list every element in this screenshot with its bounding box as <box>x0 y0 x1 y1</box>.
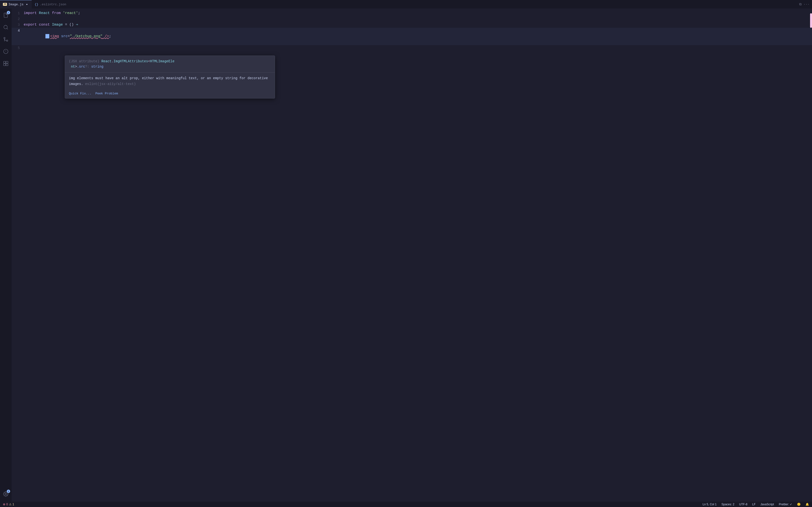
line-number-4: 4 <box>12 28 24 34</box>
tag-self-close: /> <box>102 34 109 38</box>
type-react: React <box>101 59 111 63</box>
code-line-4: 4 <img src="./ketchup.png" />; <box>12 28 812 45</box>
type-jsx-label: (JSX attribute) <box>69 59 101 63</box>
svg-line-1 <box>7 28 8 29</box>
activity-bar-source-control[interactable] <box>0 34 12 45</box>
type-dot: . <box>111 59 113 63</box>
line-content-2 <box>24 16 812 22</box>
more-actions-button[interactable]: ··· <box>804 2 810 6</box>
cursor-position: Ln 5, Col 1 <box>703 503 717 506</box>
error-count: 0 <box>6 503 8 506</box>
status-encoding[interactable]: UTF-8 <box>738 503 749 506</box>
active-line-indicator <box>45 34 49 38</box>
status-formatter[interactable]: Prettier: ✓ <box>778 503 793 506</box>
attr-src-name: src <box>59 34 68 38</box>
activity-bar-search[interactable] <box>0 21 12 33</box>
warning-icon: ⚠ <box>9 503 12 506</box>
keyword-export: export <box>24 23 37 27</box>
code-editor[interactable]: 1 import React from 'react'; 2 3 export … <box>12 8 812 502</box>
code-line-3: 3 export const Image = () ⇒ <box>12 22 812 28</box>
activity-bar-files[interactable] <box>0 9 12 21</box>
encoding-label: UTF-8 <box>739 503 748 506</box>
svg-rect-8 <box>6 61 8 63</box>
tab-image-js-label: Image.js <box>8 3 23 6</box>
arrow-symbol: ⇒ <box>76 23 78 27</box>
svg-point-2 <box>6 40 8 42</box>
attr-equals: = <box>68 34 70 38</box>
debug-icon <box>3 49 8 54</box>
code-line-1: 1 import React from 'react'; <box>12 10 812 16</box>
status-bar: ⊗ 0 ⚠ 1 Ln 5, Col 1 Spaces: 2 UTF-8 LF J… <box>0 502 812 507</box>
search-icon <box>3 24 8 30</box>
main-layout: 1 import React from 'react'; 2 3 export … <box>0 8 812 502</box>
type-optional: ?: <box>85 65 89 68</box>
svg-point-0 <box>4 25 7 29</box>
status-errors[interactable]: ⊗ 0 ⚠ 1 <box>2 503 15 506</box>
json-file-icon: {} <box>35 3 39 6</box>
spaces-label: Spaces: 2 <box>721 503 734 506</box>
tab-eslintrc[interactable]: {} .eslintrc.json <box>32 0 69 8</box>
activity-bar <box>0 8 12 502</box>
activity-bar-debug[interactable] <box>0 46 12 57</box>
diagnostic-type-info: (JSX attribute) React.ImgHTMLAttributes<… <box>65 56 275 73</box>
type-imghtml: ImgHTMLAttributes <box>114 59 148 63</box>
eol-label: LF <box>752 503 756 506</box>
diagnostic-eslint: img elements must have an alt prop, eith… <box>65 73 275 90</box>
tab-bar: JS Image.js {} .eslintrc.json ⧉ ··· <box>0 0 812 8</box>
error-icon: ⊗ <box>3 503 5 506</box>
svg-rect-10 <box>6 64 8 66</box>
keyword-import: import <box>24 11 37 15</box>
identifier-image: Image <box>52 23 63 27</box>
tabs-container: JS Image.js {} .eslintrc.json <box>0 0 69 8</box>
editor-area: 1 import React from 'react'; 2 3 export … <box>12 8 812 502</box>
activity-bar-extensions[interactable] <box>0 58 12 69</box>
semicolon-1: ; <box>78 11 80 15</box>
eslint-rule: eslint(jsx-a11y/alt-text) <box>85 82 136 86</box>
settings-gear-icon <box>3 491 8 497</box>
language-label: JavaScript <box>761 503 774 506</box>
diagnostic-popup: (JSX attribute) React.ImgHTMLAttributes<… <box>65 56 275 99</box>
string-react: 'react' <box>63 11 78 15</box>
svg-point-3 <box>4 38 5 39</box>
js-file-icon: JS <box>3 3 7 6</box>
line-content-1: import React from 'react'; <box>24 10 812 16</box>
tab-actions: ⧉ ··· <box>799 2 812 6</box>
svg-rect-7 <box>4 61 6 63</box>
status-spaces[interactable]: Spaces: 2 <box>720 503 735 506</box>
status-language[interactable]: JavaScript <box>760 503 775 506</box>
split-editor-button[interactable]: ⧉ <box>799 2 802 6</box>
code-line-2: 2 <box>12 16 812 22</box>
status-position[interactable]: Ln 5, Col 1 <box>702 503 717 506</box>
quick-fix-button[interactable]: Quick Fix... <box>69 92 92 95</box>
code-line-5: 5 <box>12 45 812 51</box>
line-number-2: 2 <box>12 16 24 22</box>
diagnostic-actions: Quick Fix... Peek Problem <box>65 90 275 98</box>
keyword-const: const <box>39 23 50 27</box>
scrollbar-thumb[interactable] <box>810 13 812 28</box>
status-bar-left: ⊗ 0 ⚠ 1 <box>2 503 15 506</box>
status-eol[interactable]: LF <box>751 503 757 506</box>
bell-icon: 🔔 <box>806 503 809 506</box>
tab-eslintrc-label: .eslintrc.json <box>40 3 66 6</box>
formatter-label: Prettier: ✓ <box>779 503 792 506</box>
line-content-5 <box>24 45 812 51</box>
extensions-icon <box>3 61 8 66</box>
type-angle-close: > <box>75 65 77 68</box>
peek-problem-button[interactable]: Peek Problem <box>95 92 118 95</box>
tag-open: <img <box>50 34 59 38</box>
scrollbar-track[interactable] <box>810 8 812 502</box>
smiley-icon: 🙂 <box>797 503 801 506</box>
line-content-4: <img src="./ketchup.png" />; <box>24 28 812 45</box>
line-content-3: export const Image = () ⇒ <box>24 22 812 28</box>
warning-count: 1 <box>12 503 14 506</box>
svg-rect-9 <box>4 64 6 66</box>
activity-bar-settings[interactable] <box>0 488 12 500</box>
source-control-icon <box>3 37 8 42</box>
tab-image-js[interactable]: JS Image.js <box>0 0 32 8</box>
type-prop-src: .src <box>77 65 85 68</box>
status-bell[interactable]: 🔔 <box>805 503 810 506</box>
tab-image-js-close[interactable] <box>25 2 29 6</box>
semicolon-4: ; <box>109 34 111 38</box>
status-smiley[interactable]: 🙂 <box>796 503 802 506</box>
activity-bar-top <box>0 9 12 69</box>
